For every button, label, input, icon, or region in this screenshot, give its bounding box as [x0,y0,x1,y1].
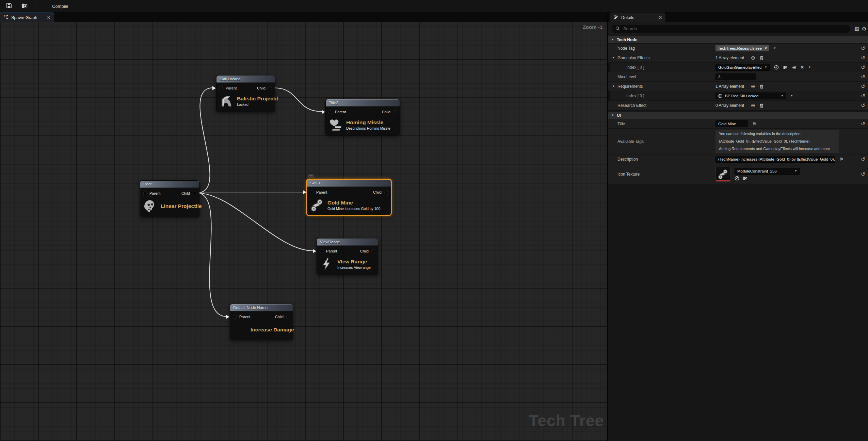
row-label: Max Level [608,72,713,81]
close-tab-icon[interactable]: ✕ [47,15,50,20]
parent-pin[interactable]: Parent [219,86,237,90]
trash-icon[interactable] [759,84,764,89]
graph-node-root[interactable]: Root Parent Child Linear Projectile [140,180,199,217]
reset-to-default-icon[interactable]: ↺ [858,63,868,72]
pin-circle-icon [219,86,223,90]
chevron-down-icon[interactable]: ▼ [790,94,793,97]
child-pin[interactable]: Child [360,249,375,253]
node-header[interactable]: Title2 [326,99,400,107]
child-pin[interactable]: Child [257,86,272,90]
row-requirement-index-0: Index [ 0 ] BP Req Sill Locked ▼ ▼ ↺ [608,91,868,101]
remove-tag-icon[interactable]: × [765,46,767,51]
close-tab-icon[interactable]: ✕ [659,15,662,20]
node-header[interactable]: Root [140,181,199,188]
compile-button[interactable]: Compile [52,4,68,9]
localization-flag-icon[interactable]: ⚑ [839,157,844,162]
parent-pin[interactable]: Parent [143,191,160,195]
node-title: Gold Mine [327,200,381,206]
reset-to-default-icon[interactable]: ↺ [858,91,868,100]
texture-dropdown[interactable]: ModuleConstraint_256▼ [735,168,800,175]
child-pin[interactable]: Child [275,315,290,319]
clear-icon[interactable]: ✕ [801,65,804,69]
gameplay-effect-dropdown[interactable]: GoldGainGameplayEffect▼ [716,64,770,71]
node-header[interactable]: ViewRange [317,239,378,246]
row-label: Index [ 0 ] [608,91,713,100]
max-level-input[interactable]: 3 [716,74,756,80]
add-element-icon[interactable]: ⊕ [751,55,755,60]
node-header[interactable]: Skill 1 [307,180,391,187]
tab-bar: Spawn Graph ✕ [0,13,868,22]
row-label: Gameplay Effects [617,55,650,60]
search-input[interactable] [623,26,846,32]
use-selected-asset-icon[interactable] [735,176,739,181]
localization-flag-icon[interactable]: ⚑ [752,121,757,127]
parent-pin-arrow-icon [313,249,316,253]
node-title: Homing Missle [346,119,390,126]
reset-to-default-icon[interactable]: ↺ [858,53,868,62]
title-input[interactable]: Gold Mine [716,120,748,127]
graph-node-title2[interactable]: Title2 Parent Child Homing Missle Descri… [325,99,400,135]
tab-spawn-graph[interactable]: Spawn Graph ✕ [0,13,54,22]
settings-gear-icon[interactable]: ⚙ [862,26,866,31]
reset-to-default-icon[interactable]: ↺ [858,82,868,91]
row-gameplay-effect-index-0: Index [ 0 ] GoldGainGameplayEffect▼ ⊕ ✕ … [608,63,868,72]
row-label: Research Effect [608,101,713,110]
details-search-row: ▦ ⚙ [608,22,868,36]
use-selected-asset-icon[interactable] [774,65,779,70]
reset-to-default-icon[interactable]: ↺ [858,101,868,110]
child-pin[interactable]: Child [373,190,388,194]
requirement-class-dropdown[interactable]: BP Req Sill Locked ▼ [716,93,786,99]
graph-node-skill-locked[interactable]: Skill Locked Parent Child Balistic Proje… [216,75,275,112]
reset-to-default-icon[interactable]: ↺ [858,164,868,184]
save-button[interactable] [2,1,16,11]
reset-to-default-icon[interactable]: ↺ [858,154,868,164]
trash-icon[interactable] [759,103,764,108]
tab-details[interactable]: Details ✕ [610,13,665,22]
chevron-down-icon[interactable]: ▼ [773,47,776,50]
parent-pin[interactable]: Parent [328,110,346,114]
section-ui[interactable]: ▼ UI [608,112,868,119]
parent-pin-arrow-icon [322,110,325,114]
graph-node-default[interactable]: Default Node Name Parent Child Increase … [230,304,293,340]
reset-to-default-icon[interactable]: ↺ [858,119,868,128]
browse-asset-icon[interactable] [743,176,748,180]
unreal-editor-window: Compile Spawn Graph ✕ Zoom -1 Tech Tree … [0,0,868,441]
graph-node-viewrange[interactable]: ViewRange Parent Child VIew Range Increa… [317,238,378,275]
node-header[interactable]: Skill Locked [216,76,275,83]
reset-to-default-icon[interactable]: ↺ [858,44,868,53]
row-max-level: Max Level 3 ↺ [608,72,868,82]
reset-to-default-icon[interactable]: ↺ [858,72,868,81]
node-subtitle: Locked [237,102,278,107]
row-description: Description {TechName} increases {Attrib… [608,154,868,164]
row-label: Node Tag [608,44,713,53]
section-tech-node[interactable]: ▼ Tech Node [608,36,868,44]
add-element-icon[interactable]: ⊕ [751,103,755,108]
browse-asset-icon[interactable] [783,65,788,69]
parent-pin[interactable]: Parent [233,315,250,319]
row-icon-texture: Icon Texture ModuleConstraint_256▼ ↺ [608,164,868,184]
add-element-icon[interactable]: ⊕ [792,65,797,70]
browse-asset-button[interactable] [18,1,31,11]
display-filter-icon[interactable]: ▦ [854,26,859,31]
chevron-down-icon[interactable]: ▼ [808,66,811,69]
texture-thumbnail[interactable] [716,167,730,182]
expand-arrow-icon[interactable]: ▼ [612,56,615,59]
expand-arrow-icon[interactable]: ▼ [612,85,615,88]
pin-circle-icon [268,86,272,90]
tab-label: Spawn Graph [11,15,37,20]
add-element-icon[interactable]: ⊕ [751,84,755,89]
search-box[interactable] [612,25,850,33]
chevron-down-icon: ▼ [794,169,797,173]
parent-pin[interactable]: Parent [310,190,327,194]
node-tag-chip[interactable]: TechTrees.ResearchTree× [716,45,769,51]
description-input[interactable]: {TechName} increases {Attribute_Gold_0} … [716,156,835,163]
row-label: Description [608,154,713,164]
node-header[interactable]: Default Node Name [230,304,293,311]
trash-icon[interactable] [759,55,764,60]
parent-pin[interactable]: Parent [320,249,337,253]
graph-node-skill-1[interactable]: Skill 1 Parent Child Gold Mine Gold Mine… [306,179,392,216]
spawn-graph-canvas[interactable]: Zoom -1 Tech Tree ••• Skill Locked Paren… [0,22,607,441]
child-pin[interactable]: Child [382,110,397,114]
parent-pin-arrow-icon [226,315,229,319]
child-pin[interactable]: Child [181,191,196,195]
